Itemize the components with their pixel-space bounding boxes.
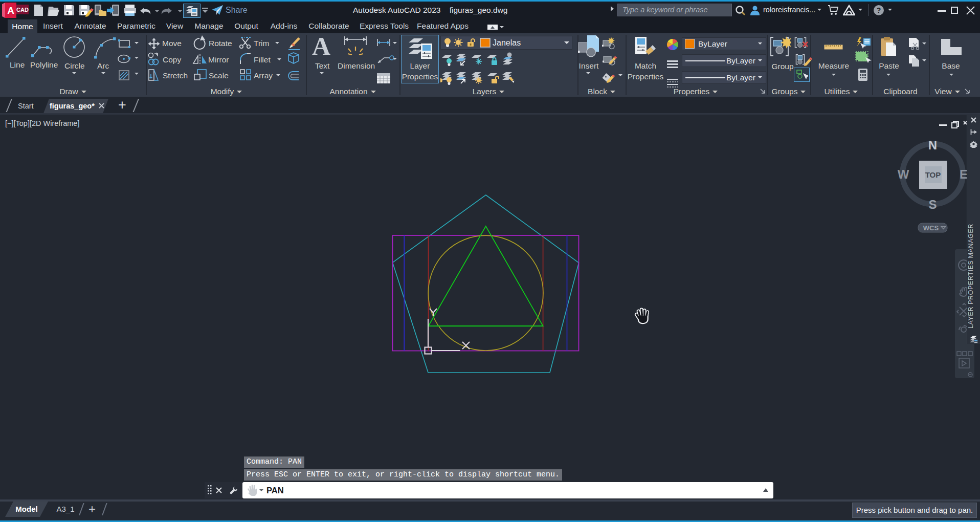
svg-text:A: A [7,5,14,16]
svg-text:TOP: TOP [925,170,941,179]
svg-text:N: N [928,138,937,152]
svg-text:WCS: WCS [923,224,939,232]
svg-text:W: W [898,167,909,181]
svg-text:S: S [928,198,937,211]
svg-text:?: ? [877,6,881,14]
svg-text:CAD: CAD [16,7,29,13]
